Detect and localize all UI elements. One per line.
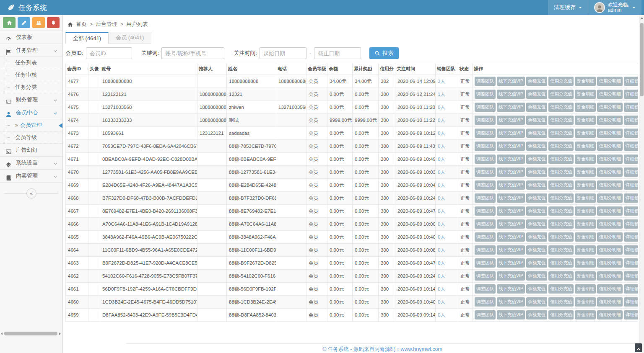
row-action-button[interactable]: 信用分明细 bbox=[597, 142, 623, 151]
row-action-button[interactable]: 资金明细 bbox=[575, 271, 596, 281]
row-action-button[interactable]: 信用分明细 bbox=[597, 297, 623, 307]
row-action-button[interactable]: 信用分明细 bbox=[597, 116, 623, 125]
row-action-button[interactable]: 调整团队 bbox=[475, 180, 496, 190]
team-link[interactable]: 0人 bbox=[438, 157, 445, 162]
row-action-button[interactable]: 资金明细 bbox=[575, 129, 596, 138]
breadcrumb-home[interactable]: 首页 bbox=[76, 21, 87, 28]
row-action-button[interactable]: 线下充值VIP bbox=[497, 155, 525, 164]
row-action-button[interactable]: 余额充值 bbox=[526, 232, 547, 242]
row-action-button[interactable]: 信用分充值 bbox=[548, 155, 574, 164]
row-action-button[interactable]: 线下充值VIP bbox=[497, 90, 525, 99]
sidebar-item-system-settings[interactable]: 系统设置 bbox=[0, 157, 62, 170]
row-action-button[interactable]: 信用分充值 bbox=[548, 103, 574, 112]
user-dropdown[interactable]: 欢迎光临, admin bbox=[588, 0, 641, 15]
row-action-button[interactable]: 详细信息 bbox=[624, 193, 638, 203]
row-action-button[interactable]: 资金明细 bbox=[575, 310, 596, 320]
row-action-button[interactable]: 信用分充值 bbox=[548, 167, 574, 177]
row-action-button[interactable]: 线下充值VIP bbox=[497, 232, 525, 242]
footer-link[interactable]: www.hnymwl.com bbox=[400, 346, 442, 352]
back-to-top-button[interactable] bbox=[635, 343, 642, 352]
row-action-button[interactable]: 余额充值 bbox=[526, 167, 547, 177]
row-action-button[interactable]: 信用分明细 bbox=[597, 90, 623, 99]
row-action-button[interactable]: 信用分充值 bbox=[548, 271, 574, 281]
team-link[interactable]: 0人 bbox=[438, 222, 445, 227]
row-action-button[interactable]: 资金明细 bbox=[575, 116, 596, 125]
row-action-button[interactable]: 线下充值VIP bbox=[497, 206, 525, 216]
team-link[interactable]: 0人 bbox=[438, 209, 445, 214]
scroll-left-arrow-icon[interactable] bbox=[0, 332, 3, 335]
row-action-button[interactable]: 信用分明细 bbox=[597, 193, 623, 203]
row-action-button[interactable]: 线下充值VIP bbox=[497, 129, 525, 138]
row-action-button[interactable]: 调整团队 bbox=[475, 116, 496, 125]
row-action-button[interactable]: 详细信息 bbox=[624, 284, 638, 294]
row-action-button[interactable]: 信用分充值 bbox=[548, 142, 574, 151]
row-action-button[interactable]: 线下充值VIP bbox=[497, 271, 525, 281]
users-quick-button[interactable] bbox=[32, 17, 45, 28]
row-action-button[interactable]: 资金明细 bbox=[575, 167, 596, 177]
row-action-button[interactable]: 详细信息 bbox=[624, 245, 638, 255]
row-action-button[interactable]: 信用分充值 bbox=[548, 206, 574, 216]
row-action-button[interactable]: 调整团队 bbox=[475, 103, 496, 112]
row-action-button[interactable]: 调整团队 bbox=[475, 155, 496, 164]
row-action-button[interactable]: 余额充值 bbox=[526, 129, 547, 138]
row-action-button[interactable]: 调整团队 bbox=[475, 90, 496, 99]
sidebar-item-content-management[interactable]: 内容管理 bbox=[0, 170, 62, 183]
row-action-button[interactable]: 线下充值VIP bbox=[497, 310, 525, 320]
row-action-button[interactable]: 信用分充值 bbox=[548, 77, 574, 86]
row-action-button[interactable]: 余额充值 bbox=[526, 103, 547, 112]
row-action-button[interactable]: 详细信息 bbox=[624, 142, 638, 151]
row-action-button[interactable]: 信用分充值 bbox=[548, 297, 574, 307]
row-action-button[interactable]: 资金明细 bbox=[575, 180, 596, 190]
row-action-button[interactable]: 详细信息 bbox=[624, 271, 638, 281]
row-action-button[interactable]: 线下充值VIP bbox=[497, 297, 525, 307]
row-action-button[interactable]: 余额充值 bbox=[526, 142, 547, 151]
row-action-button[interactable]: 调整团队 bbox=[475, 258, 496, 268]
row-action-button[interactable]: 信用分明细 bbox=[597, 271, 623, 281]
sidebar-collapse-button[interactable]: « bbox=[26, 188, 36, 198]
row-action-button[interactable]: 信用分充值 bbox=[548, 219, 574, 229]
team-link[interactable]: 0人 bbox=[438, 286, 445, 291]
row-action-button[interactable]: 线下充值VIP bbox=[497, 245, 525, 255]
row-action-button[interactable]: 余额充值 bbox=[526, 90, 547, 99]
row-action-button[interactable]: 余额充值 bbox=[526, 245, 547, 255]
row-action-button[interactable]: 调整团队 bbox=[475, 167, 496, 177]
row-action-button[interactable]: 线下充值VIP bbox=[497, 180, 525, 190]
row-action-button[interactable]: 资金明细 bbox=[575, 219, 596, 229]
row-action-button[interactable]: 余额充值 bbox=[526, 206, 547, 216]
row-action-button[interactable]: 信用分充值 bbox=[548, 245, 574, 255]
row-action-button[interactable]: 资金明细 bbox=[575, 77, 596, 86]
row-action-button[interactable]: 信用分明细 bbox=[597, 180, 623, 190]
row-action-button[interactable]: 信用分明细 bbox=[597, 219, 623, 229]
row-action-button[interactable]: 资金明细 bbox=[575, 103, 596, 112]
row-action-button[interactable]: 线下充值VIP bbox=[497, 167, 525, 177]
vertical-scrollbar[interactable] bbox=[639, 15, 644, 353]
row-action-button[interactable]: 详细信息 bbox=[624, 258, 638, 268]
row-action-button[interactable]: 调整团队 bbox=[475, 232, 496, 242]
row-action-button[interactable]: 余额充值 bbox=[526, 116, 547, 125]
row-action-button[interactable]: 详细信息 bbox=[624, 116, 638, 125]
row-action-button[interactable]: 线下充值VIP bbox=[497, 116, 525, 125]
member-id-input[interactable] bbox=[86, 47, 132, 59]
row-action-button[interactable]: 详细信息 bbox=[624, 219, 638, 229]
team-link[interactable]: 0人 bbox=[438, 118, 445, 123]
team-link[interactable]: 3人 bbox=[438, 79, 445, 84]
team-link[interactable]: 0人 bbox=[438, 260, 445, 265]
row-action-button[interactable]: 信用分充值 bbox=[548, 310, 574, 320]
sidebar-item-task-review[interactable]: 任务审核 bbox=[0, 69, 62, 81]
sidebar-item-ad-slides[interactable]: 广告幻灯 bbox=[0, 144, 62, 157]
row-action-button[interactable]: 资金明细 bbox=[575, 297, 596, 307]
team-link[interactable]: 0人 bbox=[438, 183, 445, 188]
row-action-button[interactable]: 余额充值 bbox=[526, 155, 547, 164]
row-action-button[interactable]: 详细信息 bbox=[624, 180, 638, 190]
row-action-button[interactable]: 信用分明细 bbox=[597, 129, 623, 138]
row-action-button[interactable]: 余额充值 bbox=[526, 77, 547, 86]
keyword-input[interactable] bbox=[161, 47, 224, 59]
row-action-button[interactable]: 信用分明细 bbox=[597, 206, 623, 216]
team-link[interactable]: 0人 bbox=[438, 299, 445, 304]
row-action-button[interactable]: 余额充值 bbox=[526, 258, 547, 268]
clear-cache-dropdown[interactable]: 清理缓存 bbox=[548, 0, 588, 15]
row-action-button[interactable]: 信用分充值 bbox=[548, 193, 574, 203]
row-action-button[interactable]: 调整团队 bbox=[475, 284, 496, 294]
sidebar-item-member-level[interactable]: 会员等级 bbox=[0, 131, 62, 144]
team-link[interactable]: 0人 bbox=[438, 196, 445, 201]
